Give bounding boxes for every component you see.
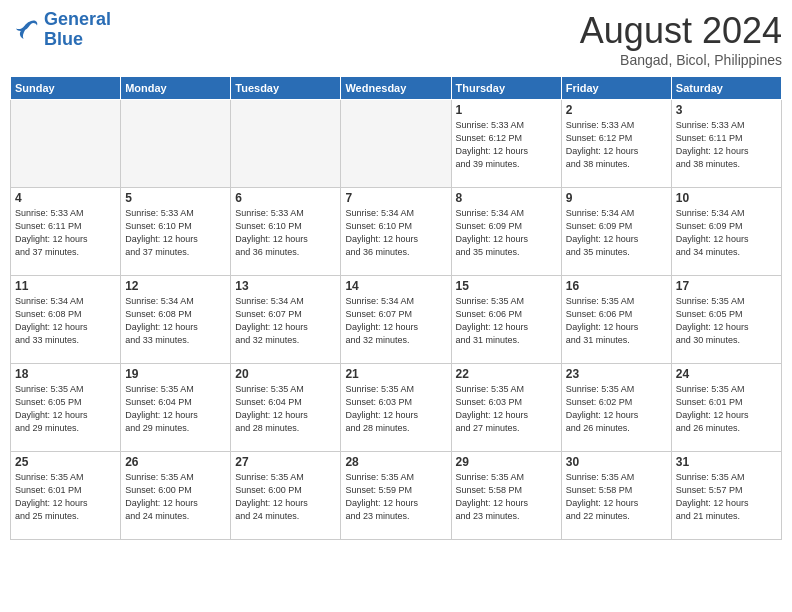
location-subtitle: Bangad, Bicol, Philippines xyxy=(580,52,782,68)
calendar-cell: 27Sunrise: 5:35 AMSunset: 6:00 PMDayligh… xyxy=(231,452,341,540)
calendar-cell: 20Sunrise: 5:35 AMSunset: 6:04 PMDayligh… xyxy=(231,364,341,452)
col-header-sunday: Sunday xyxy=(11,77,121,100)
day-info: Sunrise: 5:33 AMSunset: 6:10 PMDaylight:… xyxy=(125,207,226,259)
day-info: Sunrise: 5:35 AMSunset: 6:05 PMDaylight:… xyxy=(676,295,777,347)
day-number: 29 xyxy=(456,455,557,469)
day-info: Sunrise: 5:33 AMSunset: 6:10 PMDaylight:… xyxy=(235,207,336,259)
day-info: Sunrise: 5:35 AMSunset: 5:57 PMDaylight:… xyxy=(676,471,777,523)
calendar-cell xyxy=(341,100,451,188)
day-number: 31 xyxy=(676,455,777,469)
day-info: Sunrise: 5:34 AMSunset: 6:09 PMDaylight:… xyxy=(456,207,557,259)
day-number: 25 xyxy=(15,455,116,469)
calendar-cell: 2Sunrise: 5:33 AMSunset: 6:12 PMDaylight… xyxy=(561,100,671,188)
day-number: 15 xyxy=(456,279,557,293)
calendar-cell: 21Sunrise: 5:35 AMSunset: 6:03 PMDayligh… xyxy=(341,364,451,452)
page-header: General Blue August 2024 Bangad, Bicol, … xyxy=(10,10,782,68)
month-year-title: August 2024 xyxy=(580,10,782,52)
logo-icon xyxy=(10,15,40,45)
calendar-cell: 9Sunrise: 5:34 AMSunset: 6:09 PMDaylight… xyxy=(561,188,671,276)
calendar-cell: 8Sunrise: 5:34 AMSunset: 6:09 PMDaylight… xyxy=(451,188,561,276)
day-info: Sunrise: 5:35 AMSunset: 6:03 PMDaylight:… xyxy=(456,383,557,435)
header-row: SundayMondayTuesdayWednesdayThursdayFrid… xyxy=(11,77,782,100)
calendar-cell: 15Sunrise: 5:35 AMSunset: 6:06 PMDayligh… xyxy=(451,276,561,364)
calendar-cell: 25Sunrise: 5:35 AMSunset: 6:01 PMDayligh… xyxy=(11,452,121,540)
calendar-cell: 24Sunrise: 5:35 AMSunset: 6:01 PMDayligh… xyxy=(671,364,781,452)
day-info: Sunrise: 5:34 AMSunset: 6:08 PMDaylight:… xyxy=(125,295,226,347)
calendar-cell: 30Sunrise: 5:35 AMSunset: 5:58 PMDayligh… xyxy=(561,452,671,540)
day-number: 24 xyxy=(676,367,777,381)
day-info: Sunrise: 5:35 AMSunset: 6:01 PMDaylight:… xyxy=(15,471,116,523)
calendar-cell: 31Sunrise: 5:35 AMSunset: 5:57 PMDayligh… xyxy=(671,452,781,540)
day-number: 20 xyxy=(235,367,336,381)
day-info: Sunrise: 5:35 AMSunset: 6:00 PMDaylight:… xyxy=(235,471,336,523)
day-info: Sunrise: 5:35 AMSunset: 6:04 PMDaylight:… xyxy=(235,383,336,435)
day-info: Sunrise: 5:33 AMSunset: 6:11 PMDaylight:… xyxy=(15,207,116,259)
day-info: Sunrise: 5:35 AMSunset: 5:59 PMDaylight:… xyxy=(345,471,446,523)
calendar-cell xyxy=(231,100,341,188)
day-number: 16 xyxy=(566,279,667,293)
day-number: 27 xyxy=(235,455,336,469)
calendar-cell: 23Sunrise: 5:35 AMSunset: 6:02 PMDayligh… xyxy=(561,364,671,452)
calendar-cell: 10Sunrise: 5:34 AMSunset: 6:09 PMDayligh… xyxy=(671,188,781,276)
calendar-table: SundayMondayTuesdayWednesdayThursdayFrid… xyxy=(10,76,782,540)
day-number: 18 xyxy=(15,367,116,381)
week-row-5: 25Sunrise: 5:35 AMSunset: 6:01 PMDayligh… xyxy=(11,452,782,540)
day-number: 9 xyxy=(566,191,667,205)
day-info: Sunrise: 5:34 AMSunset: 6:10 PMDaylight:… xyxy=(345,207,446,259)
day-info: Sunrise: 5:35 AMSunset: 6:01 PMDaylight:… xyxy=(676,383,777,435)
day-info: Sunrise: 5:35 AMSunset: 5:58 PMDaylight:… xyxy=(566,471,667,523)
title-block: August 2024 Bangad, Bicol, Philippines xyxy=(580,10,782,68)
day-info: Sunrise: 5:35 AMSunset: 5:58 PMDaylight:… xyxy=(456,471,557,523)
logo-text: General Blue xyxy=(44,10,111,50)
day-info: Sunrise: 5:34 AMSunset: 6:09 PMDaylight:… xyxy=(676,207,777,259)
logo: General Blue xyxy=(10,10,111,50)
day-number: 10 xyxy=(676,191,777,205)
calendar-cell: 22Sunrise: 5:35 AMSunset: 6:03 PMDayligh… xyxy=(451,364,561,452)
day-info: Sunrise: 5:33 AMSunset: 6:12 PMDaylight:… xyxy=(566,119,667,171)
day-info: Sunrise: 5:33 AMSunset: 6:11 PMDaylight:… xyxy=(676,119,777,171)
day-number: 30 xyxy=(566,455,667,469)
calendar-cell xyxy=(11,100,121,188)
day-number: 13 xyxy=(235,279,336,293)
day-number: 4 xyxy=(15,191,116,205)
calendar-cell xyxy=(121,100,231,188)
calendar-cell: 6Sunrise: 5:33 AMSunset: 6:10 PMDaylight… xyxy=(231,188,341,276)
day-number: 14 xyxy=(345,279,446,293)
calendar-cell: 18Sunrise: 5:35 AMSunset: 6:05 PMDayligh… xyxy=(11,364,121,452)
calendar-cell: 11Sunrise: 5:34 AMSunset: 6:08 PMDayligh… xyxy=(11,276,121,364)
day-number: 8 xyxy=(456,191,557,205)
day-info: Sunrise: 5:34 AMSunset: 6:09 PMDaylight:… xyxy=(566,207,667,259)
col-header-monday: Monday xyxy=(121,77,231,100)
calendar-cell: 26Sunrise: 5:35 AMSunset: 6:00 PMDayligh… xyxy=(121,452,231,540)
day-number: 1 xyxy=(456,103,557,117)
day-info: Sunrise: 5:33 AMSunset: 6:12 PMDaylight:… xyxy=(456,119,557,171)
week-row-2: 4Sunrise: 5:33 AMSunset: 6:11 PMDaylight… xyxy=(11,188,782,276)
day-number: 11 xyxy=(15,279,116,293)
col-header-friday: Friday xyxy=(561,77,671,100)
day-number: 7 xyxy=(345,191,446,205)
calendar-cell: 28Sunrise: 5:35 AMSunset: 5:59 PMDayligh… xyxy=(341,452,451,540)
day-info: Sunrise: 5:35 AMSunset: 6:04 PMDaylight:… xyxy=(125,383,226,435)
calendar-cell: 17Sunrise: 5:35 AMSunset: 6:05 PMDayligh… xyxy=(671,276,781,364)
week-row-3: 11Sunrise: 5:34 AMSunset: 6:08 PMDayligh… xyxy=(11,276,782,364)
day-info: Sunrise: 5:35 AMSunset: 6:05 PMDaylight:… xyxy=(15,383,116,435)
day-info: Sunrise: 5:34 AMSunset: 6:08 PMDaylight:… xyxy=(15,295,116,347)
calendar-cell: 4Sunrise: 5:33 AMSunset: 6:11 PMDaylight… xyxy=(11,188,121,276)
day-info: Sunrise: 5:34 AMSunset: 6:07 PMDaylight:… xyxy=(235,295,336,347)
day-number: 2 xyxy=(566,103,667,117)
calendar-cell: 13Sunrise: 5:34 AMSunset: 6:07 PMDayligh… xyxy=(231,276,341,364)
calendar-cell: 16Sunrise: 5:35 AMSunset: 6:06 PMDayligh… xyxy=(561,276,671,364)
day-number: 21 xyxy=(345,367,446,381)
day-number: 3 xyxy=(676,103,777,117)
day-number: 19 xyxy=(125,367,226,381)
week-row-4: 18Sunrise: 5:35 AMSunset: 6:05 PMDayligh… xyxy=(11,364,782,452)
col-header-thursday: Thursday xyxy=(451,77,561,100)
week-row-1: 1Sunrise: 5:33 AMSunset: 6:12 PMDaylight… xyxy=(11,100,782,188)
calendar-cell: 1Sunrise: 5:33 AMSunset: 6:12 PMDaylight… xyxy=(451,100,561,188)
col-header-tuesday: Tuesday xyxy=(231,77,341,100)
calendar-cell: 29Sunrise: 5:35 AMSunset: 5:58 PMDayligh… xyxy=(451,452,561,540)
day-info: Sunrise: 5:35 AMSunset: 6:00 PMDaylight:… xyxy=(125,471,226,523)
calendar-cell: 5Sunrise: 5:33 AMSunset: 6:10 PMDaylight… xyxy=(121,188,231,276)
calendar-cell: 19Sunrise: 5:35 AMSunset: 6:04 PMDayligh… xyxy=(121,364,231,452)
day-info: Sunrise: 5:35 AMSunset: 6:06 PMDaylight:… xyxy=(566,295,667,347)
